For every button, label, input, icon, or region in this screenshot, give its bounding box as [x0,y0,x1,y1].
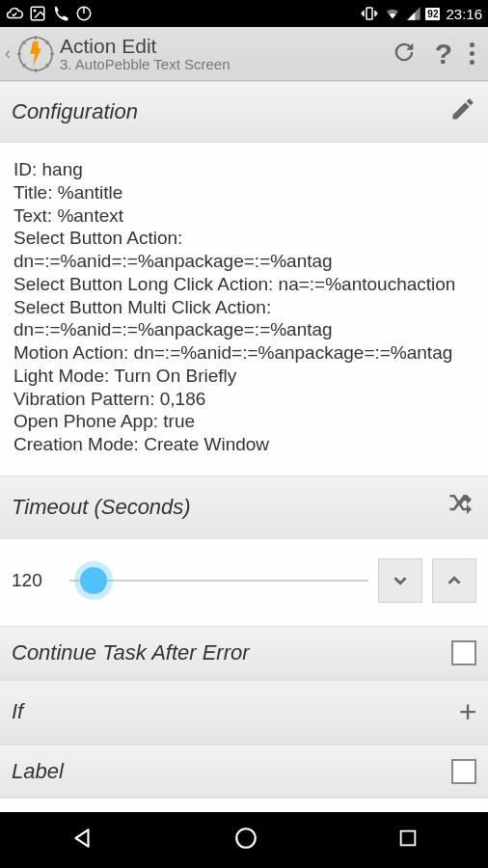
configuration-body: ID: hang Title: %antitle Text: %antext S… [0,143,488,475]
wifi-icon [383,6,402,21]
vibrate-icon [360,5,379,22]
timeout-title: Timeout (Seconds) [12,495,191,520]
configuration-header[interactable]: Configuration [0,81,488,143]
if-row[interactable]: If + [0,680,488,745]
overflow-menu-button[interactable] [470,42,474,65]
battery-level: 92 [425,8,440,20]
timeout-header[interactable]: Timeout (Seconds) [0,475,488,539]
svg-point-1 [34,10,37,13]
nav-home-button[interactable] [233,826,258,854]
if-title: If [12,699,23,724]
edit-icon[interactable] [449,95,476,128]
refresh-button[interactable] [391,39,418,69]
continue-after-error-title: Continue Task After Error [12,640,250,665]
add-condition-button[interactable]: + [458,694,476,730]
page-subtitle: 3. AutoPebble Text Screen [60,57,391,73]
timeout-controls: 120 [0,539,488,626]
timeout-slider[interactable] [69,566,368,595]
timeout-value: 120 [12,570,60,591]
tasker-icon[interactable] [15,34,56,74]
svg-rect-15 [401,831,416,846]
configuration-title: Configuration [12,99,138,124]
continue-after-error-checkbox[interactable] [451,640,476,665]
power-icon [75,5,93,22]
nav-back-button[interactable] [69,826,95,854]
timeout-increase-button[interactable] [432,558,476,603]
app-bar: ‹ Action Edit 3. AutoPebble Text Screen … [0,27,488,81]
nav-recent-button[interactable] [397,827,419,853]
signal-icon [406,6,421,21]
continue-after-error-row[interactable]: Continue Task After Error [0,626,488,680]
android-nav-bar [0,812,488,868]
shuffle-icon[interactable] [447,490,476,525]
svg-point-14 [236,828,256,848]
label-row[interactable]: Label [0,745,488,799]
phone-icon [52,5,69,22]
android-status-bar: 92 23:16 [0,0,488,27]
label-title: Label [12,759,64,784]
back-button[interactable]: ‹ [0,43,15,64]
image-icon [29,5,46,22]
help-button[interactable]: ? [435,38,452,70]
cloud-check-icon [6,5,23,22]
clock: 23:16 [446,6,482,22]
timeout-decrease-button[interactable] [378,558,422,603]
svg-rect-4 [366,8,372,19]
label-checkbox[interactable] [451,759,476,784]
page-title: Action Edit [60,35,391,57]
